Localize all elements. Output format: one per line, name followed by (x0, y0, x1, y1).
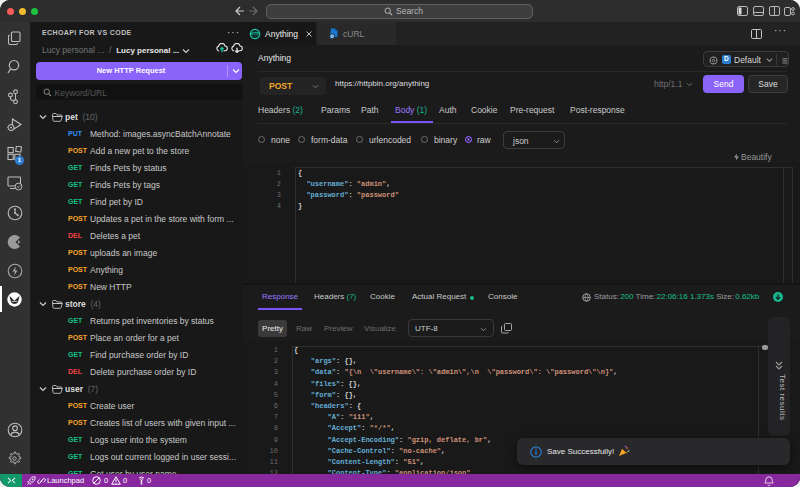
svg-text:HTTP: HTTP (251, 32, 260, 36)
